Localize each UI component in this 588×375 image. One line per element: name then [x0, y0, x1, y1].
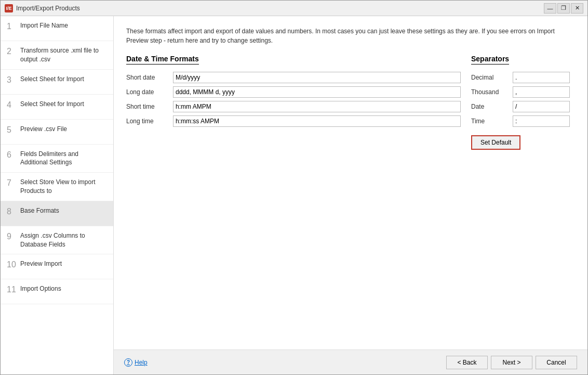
- sidebar-label-10: Preview Import: [20, 260, 62, 268]
- long-date-input[interactable]: [173, 86, 461, 98]
- date-sep-input[interactable]: [513, 101, 570, 112]
- short-time-label: Short time: [126, 103, 173, 110]
- separators-title: Separators: [471, 55, 509, 64]
- footer: ? Help < Back Next > Cancel: [114, 350, 587, 374]
- sidebar-num-1: 1: [7, 21, 20, 32]
- long-date-label: Long date: [126, 88, 173, 96]
- sidebar-item-10[interactable]: 10 Preview Import: [1, 254, 113, 279]
- main-window: I/E Import/Export Products — ❐ ✕ 1 Impor…: [0, 0, 588, 375]
- short-time-row: Short time: [126, 101, 461, 112]
- sidebar-item-4[interactable]: 4 Select Sheet for Import: [1, 95, 113, 120]
- time-sep-input[interactable]: [513, 115, 570, 127]
- short-date-label: Short date: [126, 74, 173, 81]
- date-sep-row: Date: [471, 101, 575, 112]
- sidebar-num-9: 9: [7, 231, 20, 242]
- window-controls: — ❐ ✕: [544, 3, 583, 14]
- back-button[interactable]: < Back: [446, 356, 488, 369]
- date-sep-label: Date: [471, 103, 513, 110]
- long-time-row: Long time: [126, 115, 461, 127]
- short-date-row: Short date: [126, 72, 461, 83]
- sidebar-item-6[interactable]: 6 Fields Delimiters and Additional Setti…: [1, 145, 113, 173]
- description-text: These formats affect import and export o…: [126, 27, 575, 45]
- sidebar-label-3: Select Sheet for Import: [20, 75, 84, 84]
- help-link[interactable]: ? Help: [124, 358, 446, 367]
- content-area: 1 Import File Name 2 Transform source .x…: [1, 16, 587, 374]
- sidebar-item-2[interactable]: 2 Transform source .xml file to output .…: [1, 41, 113, 70]
- next-button[interactable]: Next >: [491, 356, 532, 369]
- main-content: These formats affect import and export o…: [114, 16, 587, 374]
- window-title: Import/Export Products: [16, 5, 544, 12]
- sidebar-label-11: Import Options: [20, 285, 61, 293]
- long-date-row: Long date: [126, 86, 461, 98]
- sidebar-label-8: Base Formats: [20, 206, 59, 215]
- minimize-button[interactable]: —: [544, 3, 556, 14]
- sidebar-num-11: 11: [7, 285, 20, 295]
- sidebar-label-4: Select Sheet for Import: [20, 100, 84, 109]
- sidebar-num-4: 4: [7, 100, 20, 111]
- sidebar-item-9[interactable]: 9 Assign .csv Columns to Database Fields: [1, 226, 113, 255]
- sidebar-item-3[interactable]: 3 Select Sheet for Import: [1, 70, 113, 95]
- sidebar-num-3: 3: [7, 75, 20, 86]
- sidebar-label-7: Select Store View to import Products to: [20, 178, 107, 196]
- help-icon: ?: [124, 358, 132, 367]
- date-time-section: Date & Time Formats Short date Long date…: [126, 55, 461, 150]
- cancel-button[interactable]: Cancel: [536, 356, 577, 369]
- sidebar-label-9: Assign .csv Columns to Database Fields: [20, 231, 107, 249]
- app-icon: I/E: [5, 4, 13, 12]
- sidebar-label-6: Fields Delimiters and Additional Setting…: [20, 150, 107, 167]
- decimal-label: Decimal: [471, 74, 513, 81]
- long-time-input[interactable]: [173, 115, 461, 127]
- sidebar-num-2: 2: [7, 46, 20, 57]
- sidebar-item-5[interactable]: 5 Preview .csv File: [1, 120, 113, 145]
- sidebar-item-1[interactable]: 1 Import File Name: [1, 16, 113, 41]
- sidebar-item-8[interactable]: 8 Base Formats: [1, 201, 113, 226]
- sidebar-label-5: Preview .csv File: [20, 125, 67, 134]
- restore-button[interactable]: ❐: [557, 3, 570, 14]
- date-time-title: Date & Time Formats: [126, 55, 199, 64]
- close-button[interactable]: ✕: [571, 3, 583, 14]
- set-default-button[interactable]: Set Default: [471, 135, 520, 150]
- thousand-input[interactable]: [513, 86, 570, 98]
- time-sep-row: Time: [471, 115, 575, 127]
- decimal-input[interactable]: [513, 72, 570, 83]
- two-column-layout: Date & Time Formats Short date Long date…: [126, 55, 575, 150]
- sidebar-item-11[interactable]: 11 Import Options: [1, 279, 113, 304]
- sidebar: 1 Import File Name 2 Transform source .x…: [1, 16, 114, 374]
- short-date-input[interactable]: [173, 72, 461, 83]
- separators-section: Separators Decimal Thousand Date: [471, 55, 575, 150]
- short-time-input[interactable]: [173, 101, 461, 112]
- sidebar-label-2: Transform source .xml file to output .cs…: [20, 46, 107, 64]
- sidebar-label-1: Import File Name: [20, 21, 68, 30]
- long-time-label: Long time: [126, 118, 173, 125]
- main-body: These formats affect import and export o…: [114, 16, 587, 350]
- footer-buttons: < Back Next > Cancel: [446, 356, 577, 369]
- sidebar-num-10: 10: [7, 260, 20, 270]
- time-sep-label: Time: [471, 118, 513, 125]
- thousand-label: Thousand: [471, 88, 513, 96]
- help-label: Help: [135, 359, 148, 366]
- sidebar-item-7[interactable]: 7 Select Store View to import Products t…: [1, 173, 113, 201]
- titlebar: I/E Import/Export Products — ❐ ✕: [1, 1, 587, 16]
- sidebar-num-7: 7: [7, 178, 20, 189]
- sidebar-num-6: 6: [7, 150, 20, 161]
- sidebar-num-5: 5: [7, 125, 20, 136]
- thousand-row: Thousand: [471, 86, 575, 98]
- sidebar-num-8: 8: [7, 206, 20, 217]
- decimal-row: Decimal: [471, 72, 575, 83]
